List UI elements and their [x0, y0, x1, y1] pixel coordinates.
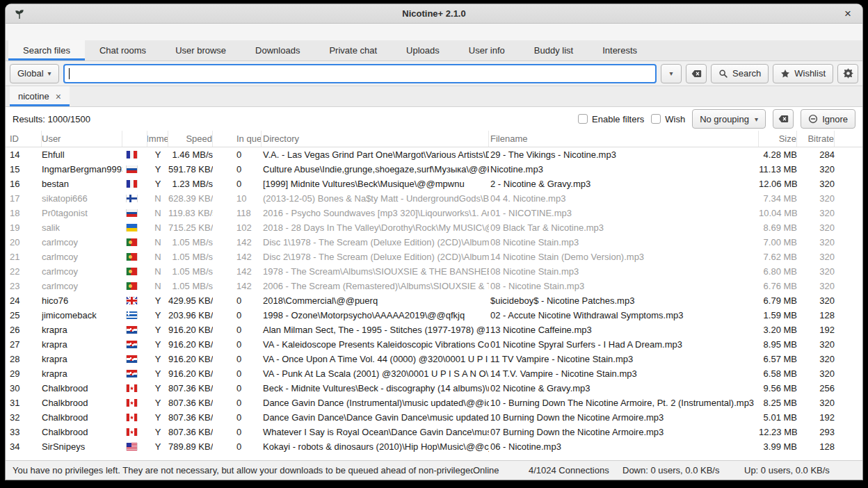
cell-in-queue: 10: [213, 193, 262, 204]
table-row[interactable]: 18 Pr0tagonist N 119.83 KB/s 118 2016 - …: [6, 206, 862, 220]
cell-size: 6.80 MB: [759, 266, 797, 277]
cell-speed: 1.05 MB/s: [168, 237, 213, 247]
cell-directory: Dance Gavin Dance (Instrumental)\music u…: [262, 398, 489, 408]
table-row[interactable]: 17 sikatopi666 N 628.39 KB/s 10 (2013-12…: [6, 191, 862, 206]
window-close-button[interactable]: ×: [839, 4, 857, 24]
table-row[interactable]: 14 Ehfull Y 1.46 MB/s 0 V.A. - Las Vegas…: [6, 147, 862, 162]
cell-country: [122, 297, 147, 304]
main-tab-label: Private chat: [329, 45, 377, 56]
wishlist-button[interactable]: Wishlist: [773, 64, 833, 83]
header-filename[interactable]: Filename: [489, 131, 759, 147]
clear-results-button[interactable]: [773, 109, 794, 129]
flag-icon: [127, 414, 137, 421]
table-row[interactable]: 21 carlmcoy N 1.05 MB/s 142 Disc 2\1978 …: [6, 250, 862, 264]
wishlist-button-label: Wishlist: [794, 68, 826, 79]
table-row[interactable]: 34 SirSnipeys Y 789.89 KB/s 0 Kokayi - r…: [6, 439, 862, 454]
search-history-dropdown[interactable]: ▾: [661, 64, 682, 83]
table-row[interactable]: 30 Chalkbrood Y 807.36 KB/s 0 Beck - Mid…: [6, 381, 862, 396]
table-row[interactable]: 32 Chalkbrood Y 807.36 KB/s 0 Dance Gavi…: [6, 410, 862, 425]
cell-country: [122, 311, 147, 319]
settings-button[interactable]: [837, 64, 858, 83]
cell-filename: 06 - Nicotine.mp3: [489, 441, 759, 452]
cell-speed: 1.05 MB/s: [168, 281, 213, 291]
table-row[interactable]: 16 bestan Y 1.23 MB/s 0 [1999] Midnite V…: [6, 177, 862, 191]
clear-search-button[interactable]: [686, 64, 707, 83]
header-country[interactable]: [122, 131, 147, 147]
cell-size: 7.34 MB: [759, 193, 797, 204]
header-directory[interactable]: Directory: [262, 131, 489, 147]
header-in-queue[interactable]: In queue: [213, 131, 262, 147]
table-row[interactable]: 28 krapra Y 916.20 KB/s 0 VA - Once Upon…: [6, 352, 862, 366]
search-input[interactable]: [63, 64, 657, 83]
cell-in-queue: 0: [213, 179, 262, 189]
cell-id: 25: [6, 310, 42, 320]
main-tab[interactable]: Chat rooms: [85, 40, 161, 60]
cell-size: 3.20 MB: [759, 325, 797, 335]
main-tab[interactable]: Downloads: [241, 40, 314, 60]
cell-size: 6.58 MB: [759, 368, 797, 379]
wish-checkbox[interactable]: Wish: [651, 114, 685, 124]
cell-filename: 10 - Burning Down The Nicotine Armoire, …: [489, 398, 759, 408]
cell-immediate: N: [147, 281, 168, 291]
star-icon: [780, 69, 790, 79]
cell-immediate: N: [147, 252, 168, 262]
main-tab[interactable]: Search files: [8, 40, 85, 60]
table-row[interactable]: 33 Chalkbrood Y 807.36 KB/s 0 Whatever I…: [6, 425, 862, 439]
search-scope-dropdown[interactable]: Global ▾: [10, 64, 59, 83]
table-row[interactable]: 15 IngmarBergman9993 Y 591.78 KB/s 0 Cul…: [6, 162, 862, 177]
backspace-clear-icon: [778, 115, 789, 123]
enable-filters-checkbox[interactable]: Enable filters: [578, 114, 644, 124]
cell-size: 6.76 MB: [759, 281, 797, 291]
grouping-dropdown[interactable]: No grouping ▾: [692, 109, 766, 129]
table-row[interactable]: 24 hico76 Y 429.95 KB/s 0 2018\Commercia…: [6, 293, 862, 308]
search-scope-value: Global: [17, 68, 44, 79]
ignore-button-label: Ignore: [822, 114, 848, 124]
table-row[interactable]: 27 krapra Y 916.20 KB/s 0 VA - Kaleidosc…: [6, 337, 862, 352]
cell-size: 8.25 MB: [759, 398, 797, 408]
cell-speed: 1.05 MB/s: [168, 266, 213, 277]
cell-in-queue: 142: [213, 237, 262, 247]
header-id[interactable]: ID: [6, 131, 42, 147]
header-size[interactable]: Size: [759, 131, 797, 147]
table-row[interactable]: 20 carlmcoy N 1.05 MB/s 142 Disc 1\1978 …: [6, 235, 862, 250]
main-tab[interactable]: Interests: [588, 40, 652, 60]
table-row[interactable]: 31 Chalkbrood Y 807.36 KB/s 0 Dance Gavi…: [6, 396, 862, 410]
header-speed[interactable]: Speed: [168, 131, 213, 147]
cell-size: 9.56 MB: [759, 383, 797, 393]
main-tab[interactable]: User browse: [161, 40, 241, 60]
cell-bitrate: 320: [797, 398, 835, 408]
cell-user: Chalkbrood: [42, 427, 122, 437]
table-row[interactable]: 19 salik N 715.25 KB/s 102 2018 - 28 Day…: [6, 220, 862, 235]
cell-immediate: Y: [147, 354, 168, 364]
main-tab[interactable]: Uploads: [392, 40, 454, 60]
cell-user: carlmcoy: [42, 252, 122, 262]
table-row[interactable]: 25 jimicomeback Y 203.96 KB/s 0 1998 - O…: [6, 308, 862, 323]
main-tab[interactable]: Buddy list: [520, 40, 588, 60]
cell-bitrate: 128: [797, 310, 835, 320]
table-row[interactable]: 26 krapra Y 916.20 KB/s 0 Alan Milman Se…: [6, 323, 862, 337]
close-icon[interactable]: ×: [56, 91, 61, 102]
table-row[interactable]: 23 carlmcoy N 1.05 MB/s 142 2006 - The S…: [6, 279, 862, 293]
cell-in-queue: 0: [213, 441, 262, 452]
main-tab[interactable]: User info: [454, 40, 520, 60]
cell-filename: 08 Nicotine Stain.mp3: [489, 237, 759, 247]
header-bitrate[interactable]: Bitrate: [797, 131, 835, 147]
flag-icon: [127, 428, 137, 436]
header-user[interactable]: User: [42, 131, 122, 147]
main-tab[interactable]: Private chat: [314, 40, 392, 60]
cell-in-queue: 142: [213, 266, 262, 277]
search-button[interactable]: Search: [711, 64, 769, 83]
cell-user: IngmarBergman9993: [42, 164, 122, 174]
cell-country: [122, 282, 147, 290]
flag-icon: [127, 326, 137, 334]
table-row[interactable]: 29 krapra Y 916.20 KB/s 0 VA - Punk At L…: [6, 366, 862, 381]
cell-in-queue: 0: [213, 398, 262, 408]
search-result-tab[interactable]: nicotine ×: [10, 86, 70, 106]
cell-user: carlmcoy: [42, 281, 122, 291]
cell-filename: $uicideboy$ - Nicotine Patches.mp3: [489, 295, 759, 306]
cell-speed: 119.83 KB/s: [168, 208, 213, 218]
table-row[interactable]: 22 carlmcoy N 1.05 MB/s 142 1978 - The S…: [6, 264, 862, 279]
cell-id: 22: [6, 266, 42, 277]
ignore-button[interactable]: Ignore: [801, 109, 855, 129]
header-immediate[interactable]: Imme: [147, 131, 168, 147]
